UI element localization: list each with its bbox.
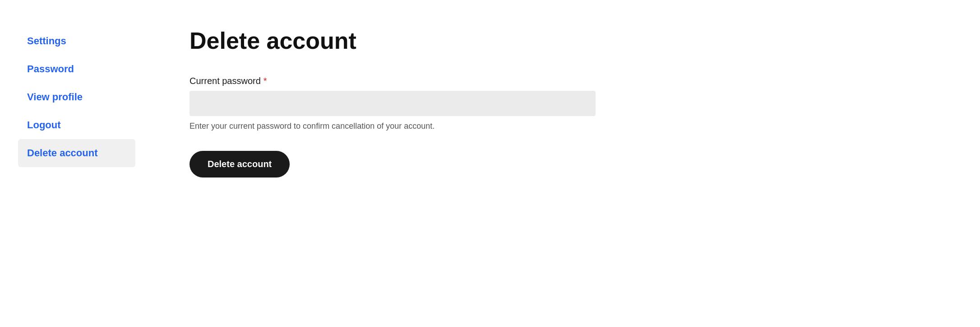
sidebar-item-view-profile[interactable]: View profile (18, 83, 135, 111)
sidebar-item-logout[interactable]: Logout (18, 111, 135, 139)
password-help-text: Enter your current password to confirm c… (190, 121, 596, 131)
sidebar: Settings Password View profile Logout De… (0, 0, 153, 327)
required-star: * (263, 76, 267, 86)
sidebar-item-password[interactable]: Password (18, 55, 135, 83)
password-label-text: Current password (190, 76, 261, 86)
main-content: Delete account Current password * Enter … (153, 0, 980, 327)
password-form-group: Current password * Enter your current pa… (190, 76, 596, 131)
delete-account-button[interactable]: Delete account (190, 151, 290, 178)
page-layout: Settings Password View profile Logout De… (0, 0, 980, 327)
current-password-input[interactable] (190, 91, 596, 116)
sidebar-nav: Settings Password View profile Logout De… (18, 27, 135, 167)
password-label: Current password * (190, 76, 596, 86)
sidebar-item-settings[interactable]: Settings (18, 27, 135, 55)
sidebar-item-delete-account[interactable]: Delete account (18, 139, 135, 167)
page-title: Delete account (190, 27, 944, 54)
